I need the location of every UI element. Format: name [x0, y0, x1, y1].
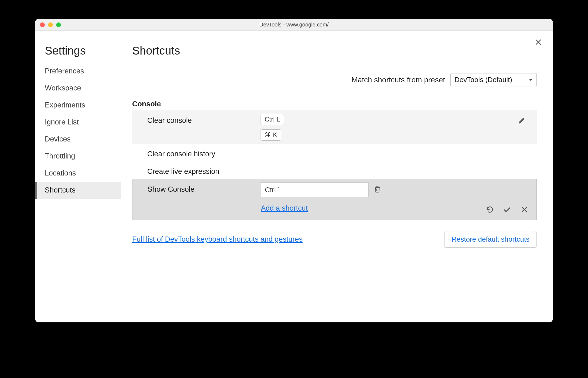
sidebar: Settings Preferences Workspace Experimen…: [35, 31, 121, 322]
close-settings-button[interactable]: [535, 38, 542, 47]
sidebar-item-locations[interactable]: Locations: [35, 165, 121, 182]
undo-button[interactable]: [486, 205, 494, 215]
preset-label: Match shortcuts from preset: [351, 76, 445, 84]
sidebar-item-throttling[interactable]: Throttling: [35, 148, 121, 165]
zoom-window-button[interactable]: [56, 22, 61, 27]
window: DevTools - www.google.com/ Settings Pref…: [35, 19, 553, 322]
restore-defaults-button[interactable]: Restore default shortcuts: [444, 231, 537, 248]
cancel-button[interactable]: [520, 205, 528, 215]
sidebar-item-experiments[interactable]: Experiments: [35, 97, 121, 114]
sidebar-item-preferences[interactable]: Preferences: [35, 63, 121, 80]
footer: Full list of DevTools keyboard shortcuts…: [132, 231, 537, 248]
preset-select[interactable]: DevTools (Default): [450, 73, 537, 86]
delete-shortcut-button[interactable]: [374, 185, 381, 194]
shortcut-label: Create live expression: [147, 165, 261, 176]
preset-select-value: DevTools (Default): [454, 76, 512, 84]
traffic-lights: [35, 22, 61, 27]
shortcut-row-clear-console-history: Clear console history: [132, 144, 537, 161]
shortcut-rows: Clear console Ctrl L ⌘ K Clear console h…: [132, 110, 537, 220]
minimize-window-button[interactable]: [48, 22, 53, 27]
docs-link[interactable]: Full list of DevTools keyboard shortcuts…: [132, 235, 303, 244]
shortcut-label: Clear console history: [147, 147, 261, 158]
titlebar: DevTools - www.google.com/: [35, 19, 553, 31]
check-icon: [503, 205, 511, 214]
shortcut-row-show-console-editing: Show Console Add a shortcut: [132, 179, 537, 220]
section-header: Console: [132, 100, 537, 108]
key-badge: ⌘ K: [261, 129, 281, 141]
sidebar-item-ignore-list[interactable]: Ignore List: [35, 114, 121, 131]
sidebar-title: Settings: [35, 44, 121, 63]
edit-actions: [486, 205, 528, 215]
close-icon: [535, 38, 542, 46]
close-icon: [520, 205, 528, 214]
shortcut-label: Clear console: [147, 114, 261, 125]
add-shortcut-link[interactable]: Add a shortcut: [261, 204, 308, 212]
main: Shortcuts Match shortcuts from preset De…: [121, 31, 553, 322]
pencil-icon: [518, 116, 526, 124]
key-badge: Ctrl L: [261, 114, 284, 125]
shortcut-keys: Ctrl L ⌘ K: [261, 114, 284, 141]
edit-shortcut-button[interactable]: [518, 116, 526, 126]
editing-column: Add a shortcut: [261, 183, 381, 212]
window-title: DevTools - www.google.com/: [35, 22, 553, 28]
close-window-button[interactable]: [40, 22, 45, 27]
shortcut-input[interactable]: [261, 183, 369, 197]
content: Settings Preferences Workspace Experimen…: [35, 31, 553, 322]
preset-row: Match shortcuts from preset DevTools (De…: [132, 73, 537, 86]
undo-icon: [486, 205, 494, 214]
shortcut-row-create-live-expression: Create live expression: [132, 161, 537, 179]
page-title: Shortcuts: [132, 44, 537, 62]
sidebar-item-workspace[interactable]: Workspace: [35, 80, 121, 97]
confirm-button[interactable]: [503, 205, 511, 215]
sidebar-item-devices[interactable]: Devices: [35, 131, 121, 148]
shortcut-label: Show Console: [148, 183, 261, 194]
shortcut-input-row: [261, 183, 381, 197]
shortcut-row-clear-console: Clear console Ctrl L ⌘ K: [132, 110, 537, 144]
trash-icon: [374, 185, 381, 193]
sidebar-item-shortcuts[interactable]: Shortcuts: [35, 182, 121, 199]
